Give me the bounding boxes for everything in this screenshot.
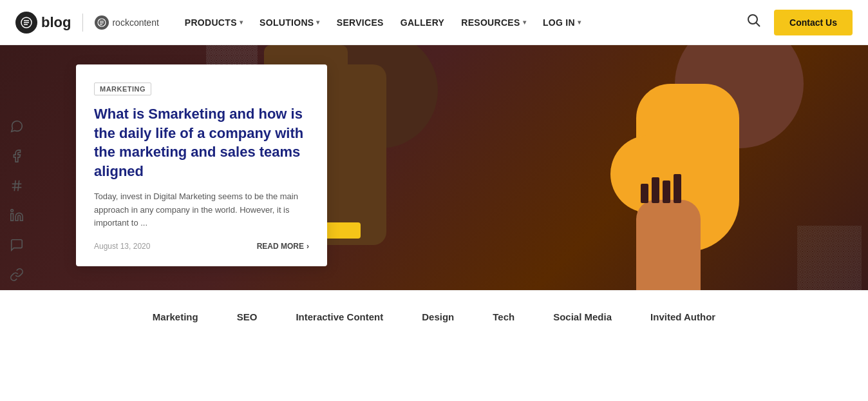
- category-design[interactable]: Design: [422, 309, 454, 325]
- blog-logo-icon: [15, 12, 37, 34]
- social-sidebar: [0, 107, 33, 294]
- read-more-link[interactable]: READ MORE ›: [257, 242, 309, 251]
- hashtag-icon[interactable]: [8, 177, 26, 195]
- nav-login[interactable]: LOG IN ▾: [536, 12, 587, 33]
- rockcontent-logo[interactable]: rockcontent: [95, 15, 158, 30]
- rc-icon: [95, 15, 109, 30]
- hand-shape: [636, 200, 701, 290]
- category-tech[interactable]: Tech: [493, 309, 514, 325]
- article-footer: August 13, 2020 READ MORE ›: [94, 242, 309, 251]
- chevron-down-icon: ▾: [578, 19, 581, 26]
- category-invited-author[interactable]: Invited Author: [650, 309, 715, 325]
- header: blog rockcontent PRODUCTS ▾ SOLUTIONS ▾: [0, 0, 868, 45]
- nav-solutions[interactable]: SOLUTIONS ▾: [253, 12, 326, 33]
- svg-line-12: [14, 181, 15, 191]
- nav-gallery[interactable]: GALLERY: [394, 12, 451, 33]
- article-excerpt: Today, invest in Digital Marketing seems…: [94, 190, 309, 230]
- contact-button[interactable]: Contact Us: [774, 10, 853, 35]
- category-seo[interactable]: SEO: [237, 309, 258, 325]
- article-category-badge: MARKETING: [94, 83, 151, 95]
- article-title[interactable]: What is Smarketing and how is the daily …: [94, 104, 309, 181]
- chevron-right-icon: ›: [307, 242, 309, 251]
- logo-divider: [82, 14, 83, 32]
- hero-section: MARKETING What is Smarketing and how is …: [0, 45, 868, 290]
- facebook-icon[interactable]: [8, 147, 26, 165]
- nav-right: Contact Us: [744, 10, 853, 35]
- category-marketing[interactable]: Marketing: [153, 309, 198, 325]
- svg-line-13: [18, 181, 19, 191]
- article-card: MARKETING What is Smarketing and how is …: [76, 64, 327, 266]
- svg-rect-14: [11, 213, 14, 220]
- nav-services[interactable]: SERVICES: [330, 12, 390, 33]
- chevron-down-icon: ▾: [523, 19, 526, 26]
- nav-resources[interactable]: RESOURCES ▾: [455, 12, 533, 33]
- main-nav: PRODUCTS ▾ SOLUTIONS ▾ SERVICES GALLERY …: [178, 12, 744, 33]
- nav-products[interactable]: PRODUCTS ▾: [178, 12, 249, 33]
- link-icon[interactable]: [8, 266, 26, 284]
- linkedin-icon[interactable]: [8, 206, 26, 224]
- chevron-down-icon: ▾: [316, 19, 319, 26]
- trumpet-bars: [641, 174, 681, 203]
- svg-point-8: [748, 15, 757, 24]
- blog-logo[interactable]: blog: [15, 12, 71, 34]
- categories-bar: Marketing SEO Interactive Content Design…: [0, 290, 868, 340]
- rockcontent-text: rockcontent: [112, 17, 158, 28]
- search-button[interactable]: [744, 11, 764, 34]
- dots-decoration-right: [797, 226, 862, 290]
- category-interactive-content[interactable]: Interactive Content: [296, 309, 383, 325]
- whatsapp-icon[interactable]: [8, 117, 26, 135]
- blog-logo-text: blog: [41, 14, 71, 31]
- messenger-icon[interactable]: [8, 236, 26, 254]
- category-social-media[interactable]: Social Media: [553, 309, 612, 325]
- svg-point-15: [11, 210, 14, 212]
- logo-area: blog rockcontent: [15, 12, 159, 34]
- article-date: August 13, 2020: [94, 242, 150, 251]
- svg-line-9: [756, 23, 760, 26]
- chevron-down-icon: ▾: [240, 19, 243, 26]
